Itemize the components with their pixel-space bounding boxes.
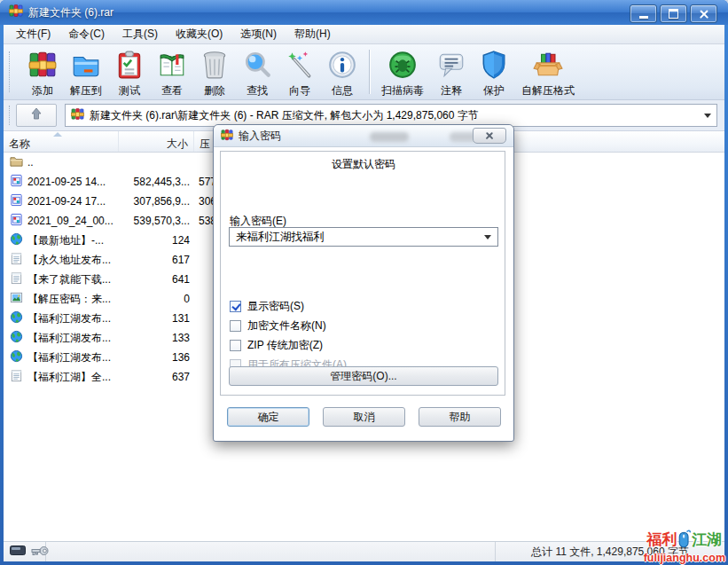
- column-header-name[interactable]: 名称: [4, 131, 119, 152]
- minimize-icon: [639, 16, 648, 19]
- drive-icon[interactable]: [10, 545, 26, 558]
- status-bar: 总计 11 文件, 1,429,875,060 字节: [4, 541, 724, 561]
- protect-icon: [479, 50, 509, 83]
- checkbox-encrypt-file-names[interactable]: 加密文件名称(N): [230, 316, 347, 335]
- dialog-title-bar[interactable]: 输入密码: [214, 125, 513, 147]
- file-name: 【来了就能下载...: [27, 272, 111, 287]
- window-title: 新建文件夹 (6).rar: [28, 5, 114, 20]
- toolbar-button-virus-scan[interactable]: 扫描病毒: [375, 48, 430, 100]
- menu-item-commands[interactable]: 命令(C): [59, 24, 114, 44]
- password-input[interactable]: 来福利江湖找福利: [229, 227, 498, 247]
- file-size: 582,445,3...: [119, 176, 190, 188]
- password-value: 来福利江湖找福利: [236, 230, 325, 245]
- menu-item-help[interactable]: 帮助(H): [286, 24, 340, 44]
- toolbar-button-view[interactable]: 查看: [151, 48, 193, 100]
- title-bar[interactable]: 新建文件夹 (6).rar: [0, 0, 728, 25]
- winrar-archive-icon: [71, 107, 84, 123]
- winrar-dialog-icon: [221, 129, 239, 144]
- file-size: 307,856,9...: [119, 195, 190, 208]
- file-name-cell: 【解压密码：来...: [4, 291, 119, 307]
- file-name-cell: 【来了就能下载...: [4, 271, 119, 287]
- file-name: 【福利江湖发布...: [27, 350, 111, 365]
- add-icon: [27, 50, 58, 83]
- up-arrow-icon: [31, 107, 42, 123]
- menu-item-options[interactable]: 选项(N): [231, 24, 286, 44]
- ok-button[interactable]: 确定: [227, 407, 309, 427]
- checkbox-show-password-box[interactable]: [230, 301, 241, 312]
- toolbar-button-protect[interactable]: 保护: [473, 48, 515, 100]
- toolbar-button-find[interactable]: 查找: [236, 48, 278, 100]
- toolbar-button-sfx[interactable]: 自解压格式: [515, 48, 581, 100]
- toolbar-button-add[interactable]: 添加: [21, 48, 64, 100]
- checkbox-label: 加密文件名称(N): [247, 318, 326, 334]
- file-size: 133: [119, 332, 190, 344]
- dialog-close-button[interactable]: [473, 128, 506, 144]
- file-name-cell: 2021-09-25 14...: [4, 174, 119, 190]
- status-icons-cell: [4, 542, 46, 561]
- toolbar-button-delete[interactable]: 删除: [193, 48, 236, 100]
- checkbox-zip-legacy-encryption[interactable]: ZIP 传统加密(Z): [230, 335, 347, 355]
- video-file-icon: [10, 213, 27, 229]
- toolbar-button-label: 查看: [161, 83, 183, 98]
- globe-icon: [10, 349, 27, 365]
- menu-item-tools[interactable]: 工具(S): [114, 24, 167, 44]
- redacted-blur: [370, 132, 409, 142]
- extract-icon: [71, 50, 101, 83]
- file-name-cell: 【永久地址发布...: [4, 252, 119, 268]
- toolbar-button-wizard[interactable]: 向导: [278, 48, 321, 100]
- close-button[interactable]: [690, 4, 717, 23]
- site-watermark: 福利 江湖 fulijianghu.com: [644, 528, 725, 564]
- cancel-button[interactable]: 取消: [323, 407, 405, 427]
- file-name: 2021-09-25 14...: [27, 176, 106, 188]
- toolbar-button-label: 信息: [332, 83, 353, 98]
- toolbar: 添加解压到测试查看删除查找向导信息扫描病毒注释保护自解压格式: [4, 44, 724, 100]
- file-name-cell: 【福利江湖发布...: [4, 330, 119, 346]
- minimize-button[interactable]: [630, 4, 657, 23]
- file-size: 0: [119, 293, 190, 305]
- toolbar-button-label: 注释: [441, 83, 462, 98]
- video-file-icon: [10, 174, 27, 190]
- toolbar-button-comment[interactable]: 注释: [430, 48, 473, 100]
- toolbar-button-extract[interactable]: 解压到: [64, 48, 108, 100]
- chevron-down-icon[interactable]: [704, 114, 711, 118]
- file-size: 539,570,3...: [119, 215, 190, 227]
- up-directory-button[interactable]: [16, 104, 57, 127]
- help-button[interactable]: 帮助: [419, 407, 501, 427]
- toolbar-separator: [369, 50, 370, 94]
- globe-icon: [10, 330, 27, 346]
- close-icon: [699, 10, 709, 19]
- info-icon: [327, 50, 357, 83]
- text-file-icon: [10, 271, 27, 287]
- toolbar-button-label: 测试: [119, 83, 140, 98]
- find-icon: [242, 50, 272, 83]
- file-name: ..: [27, 156, 34, 169]
- file-name: 2021-09-24 17...: [27, 195, 106, 208]
- file-name-cell: 2021_09_24_00...: [4, 213, 119, 229]
- column-header-size[interactable]: 大小: [119, 131, 194, 152]
- menu-item-favorites[interactable]: 收藏夹(O): [167, 24, 231, 44]
- archive-path: 新建文件夹 (6).rar\新建文件夹 (6) - RAR 压缩文件, 解包大小…: [90, 108, 699, 123]
- file-name: 【最新地址】-...: [27, 233, 104, 248]
- menu-item-file[interactable]: 文件(F): [7, 24, 59, 44]
- toolbar-button-test[interactable]: 测试: [108, 48, 151, 100]
- checkbox-encrypt-file-names-box[interactable]: [230, 320, 241, 332]
- watermark-domain: fulijianghu.com: [644, 553, 725, 564]
- checkbox-zip-legacy-encryption-box[interactable]: [230, 340, 241, 351]
- delete-icon: [200, 50, 230, 83]
- watermark-brand-right: 江湖: [692, 532, 722, 547]
- password-dialog: 输入密码 设置默认密码 输入密码(E) 来福利江湖找福利 显示密码(S)加密文件…: [213, 124, 514, 442]
- toolbar-button-info[interactable]: 信息: [321, 48, 364, 100]
- chevron-down-icon[interactable]: [484, 235, 491, 239]
- comment-icon: [436, 50, 466, 83]
- checkbox-show-password[interactable]: 显示密码(S): [230, 296, 347, 316]
- file-name-cell: 2021-09-24 17...: [4, 193, 119, 209]
- file-name: 【永久地址发布...: [27, 253, 111, 268]
- folder-up-icon: [10, 154, 27, 170]
- view-icon: [157, 50, 187, 83]
- dialog-heading: 设置默认密码: [214, 157, 513, 172]
- dialog-checkboxes: 显示密码(S)加密文件名称(N)ZIP 传统加密(Z)用于所有压缩文件(A): [230, 296, 347, 374]
- manage-passwords-button[interactable]: 管理密码(O)...: [229, 366, 498, 386]
- text-file-icon: [10, 369, 27, 385]
- dialog-title: 输入密码: [239, 129, 281, 144]
- maximize-button[interactable]: [660, 4, 687, 23]
